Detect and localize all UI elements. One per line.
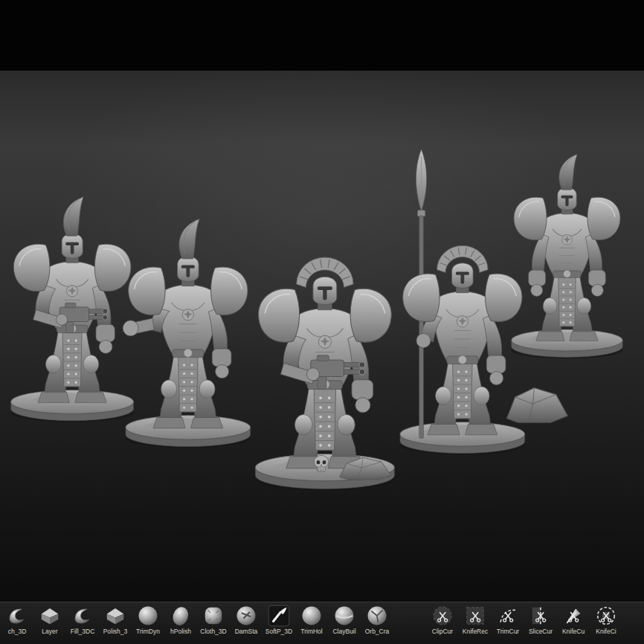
clip-curve-icon xyxy=(497,605,519,627)
clip-knife-icon xyxy=(562,605,585,627)
sphere-icon xyxy=(137,605,159,627)
brush-label: TrimCur xyxy=(497,628,519,635)
brush-label: KnifeRec xyxy=(463,628,489,635)
brush-label: TrimHol xyxy=(300,628,322,635)
brush-SliceCur[interactable]: SliceCur xyxy=(528,605,553,635)
paintbrush-icon xyxy=(268,605,290,627)
miniature-center[interactable] xyxy=(238,144,412,492)
brush-Orb_Cra[interactable]: Orb_Cra xyxy=(364,605,390,635)
brush-label: ch_3D xyxy=(8,628,27,635)
brush-label: ClayBuil xyxy=(332,628,355,635)
drop-icon xyxy=(170,605,192,627)
sphere-icon xyxy=(300,605,323,627)
brush-label: SliceCur xyxy=(529,628,553,635)
clip-circle2-icon xyxy=(595,605,617,627)
brush-Cloth_3D[interactable]: Cloth_3D xyxy=(201,605,226,635)
brush-label: DamSta xyxy=(235,628,258,635)
brush-SoftP_3D[interactable]: SoftP_3D xyxy=(266,605,292,635)
curl-icon xyxy=(71,605,94,627)
brush-KnifeCu[interactable]: KnifeCu xyxy=(561,605,586,635)
brush-ch_3D[interactable]: ch_3D xyxy=(4,605,30,635)
sculpt-scene xyxy=(0,0,644,602)
rock-prop xyxy=(336,455,394,480)
brush-hPolish[interactable]: hPolish xyxy=(168,605,193,635)
brush-tray: ch_3DLayerFill_3DCPolish_3TrimDynhPolish… xyxy=(0,602,644,644)
fold-icon xyxy=(39,605,61,627)
brush-label: Layer xyxy=(42,628,57,635)
pillow-icon xyxy=(202,605,225,627)
brush-TrimCur[interactable]: TrimCur xyxy=(495,605,521,635)
brush-ClayBuil[interactable]: ClayBuil xyxy=(332,605,357,635)
brush-Layer[interactable]: Layer xyxy=(37,605,62,635)
brush-label: KnifeCi xyxy=(596,628,616,635)
clip-slice-icon xyxy=(529,605,552,627)
brush-row: ch_3DLayerFill_3DCPolish_3TrimDynhPolish… xyxy=(0,602,644,635)
brush-label: Fill_3DC xyxy=(71,628,95,635)
brush-TrimHol[interactable]: TrimHol xyxy=(299,605,324,635)
curl-icon xyxy=(6,605,28,627)
brush-label: Cloth_3D xyxy=(200,628,226,635)
brush-DamSta[interactable]: DamSta xyxy=(234,605,259,635)
brush-label: hPolish xyxy=(170,628,191,635)
sphere-band-icon xyxy=(333,605,355,627)
brush-label: SoftP_3D xyxy=(265,628,292,635)
fold-icon xyxy=(104,605,126,627)
brush-ClipCur[interactable]: ClipCur xyxy=(430,605,455,635)
brush-TrimDyn[interactable]: TrimDyn xyxy=(135,605,161,635)
brush-Polish_3[interactable]: Polish_3 xyxy=(103,605,128,635)
brush-KnifeRec[interactable]: KnifeRec xyxy=(463,605,488,635)
brush-label: Orb_Cra xyxy=(365,628,390,635)
brush-label: TrimDyn xyxy=(136,628,160,635)
clip-rect-icon xyxy=(464,605,486,627)
rock-prop xyxy=(503,384,571,424)
sphere-scratch-icon xyxy=(235,605,257,627)
sphere-crack-icon xyxy=(366,605,388,627)
skull-prop xyxy=(309,454,333,474)
brush-label: KnifeCu xyxy=(562,628,585,635)
brush-Fill_3DC[interactable]: Fill_3DC xyxy=(70,605,95,635)
brush-label: ClipCur xyxy=(432,628,453,635)
brush-KnifeCi[interactable]: KnifeCi xyxy=(593,605,619,635)
brush-label: Polish_3 xyxy=(103,628,128,635)
clip-circle-icon xyxy=(431,605,454,627)
